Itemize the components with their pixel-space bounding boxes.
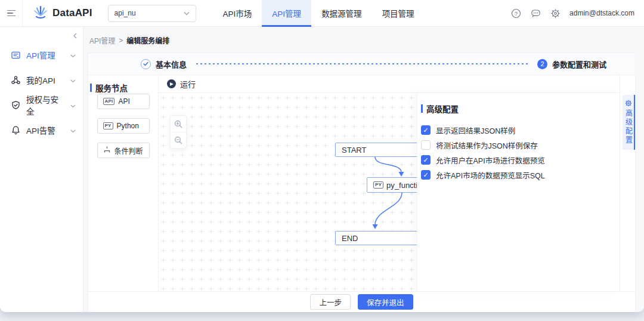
app-window: DataAPI api_nu API市场 API管理 数据源管理 项目管理 ? (0, 0, 644, 312)
sidebar-item-label: API告警 (26, 124, 55, 136)
option-save-test-as-sample[interactable]: 将测试结果作为JSON样例保存 (421, 140, 611, 150)
sidebar-collapse-icon[interactable] (71, 32, 79, 40)
canvas-toolbar: 运行 (159, 75, 620, 93)
option-preview-show-sql[interactable]: 允许API市场的数据预览显示SQL (421, 170, 611, 180)
advanced-config-tab[interactable]: 高级配置 (623, 95, 635, 150)
gear-icon (624, 99, 632, 107)
settings-icon[interactable] (550, 8, 561, 18)
advanced-title-text: 高级配置 (426, 103, 459, 115)
canvas-zoom-controls (170, 115, 187, 149)
nav-item-datasource[interactable]: 数据源管理 (311, 0, 372, 27)
palette-title-text: 服务节点 (95, 82, 128, 94)
sidebar: API管理 我的API 授权与安全 (0, 27, 83, 312)
option-label: 允许用户在API市场进行数据预览 (436, 155, 545, 166)
sidebar-item-label: 我的API (26, 74, 55, 86)
title-accent-bar (421, 104, 423, 113)
node-palette: 服务节点 API API PY Python (88, 75, 159, 291)
palette-item-condition[interactable]: 条件判断 (97, 143, 150, 158)
step-connector (196, 63, 528, 64)
chevron-down-icon (70, 76, 76, 85)
palette-item-api[interactable]: API API (97, 94, 150, 109)
bell-icon (11, 125, 21, 135)
option-allow-market-preview[interactable]: 允许用户在API市场进行数据预览 (421, 155, 611, 165)
check-icon (141, 59, 151, 69)
editor-card: 基本信息 2 参数配置和测试 服务节点 API (88, 53, 636, 312)
step-number-badge: 2 (537, 59, 547, 69)
main-content: API管理 > 编辑服务编排 基本信息 2 参数配置和测试 (83, 27, 644, 312)
advanced-config-title: 高级配置 (421, 103, 611, 115)
workspace-select-value: api_nu (114, 9, 136, 17)
palette-title: 服务节点 (88, 82, 158, 94)
py-badge-icon: PY (373, 181, 383, 189)
breadcrumb-parent[interactable]: API管理 (89, 35, 115, 45)
sidebar-item-auth-security[interactable]: 授权与安全 (0, 92, 83, 118)
option-label: 将测试结果作为JSON样例保存 (436, 140, 538, 151)
my-api-icon (11, 75, 21, 85)
svg-text:?: ? (514, 10, 517, 16)
advanced-options: 显示返回结果JSON样例 将测试结果作为JSON样例保存 允许用户在API市场进… (421, 125, 611, 180)
run-button[interactable]: 运行 (180, 78, 196, 89)
breadcrumb-separator: > (119, 36, 123, 45)
nav-item-project[interactable]: 项目管理 (372, 0, 425, 27)
stepper: 基本信息 2 参数配置和测试 (88, 53, 635, 75)
palette-item-label: API (118, 97, 129, 106)
editor-footer: 上一步 保存并退出 (88, 291, 635, 312)
advanced-tab-label: 高级配置 (624, 109, 633, 145)
breadcrumb: API管理 > 编辑服务编排 (83, 27, 644, 45)
py-badge-icon: PY (103, 122, 113, 129)
api-manage-icon (11, 50, 21, 60)
option-label: 显示返回结果JSON样例 (436, 125, 515, 136)
logo-text: DataAPI (52, 7, 92, 19)
nav-item-api-market[interactable]: API市场 (213, 0, 262, 27)
branch-icon (103, 146, 111, 155)
top-bar: DataAPI api_nu API市场 API管理 数据源管理 项目管理 ? (0, 0, 644, 27)
topbar-actions: ? admin@dtstack.com (510, 8, 644, 18)
zoom-in-icon[interactable] (171, 116, 186, 132)
palette-item-python[interactable]: PY Python (97, 118, 150, 134)
title-accent-bar (90, 84, 92, 92)
checkbox[interactable] (421, 125, 431, 135)
brand-logo: DataAPI (32, 4, 92, 23)
step-label: 参数配置和测试 (552, 58, 606, 70)
previous-step-button[interactable]: 上一步 (310, 294, 351, 310)
panel-tab-strip: 高级配置 (620, 75, 635, 291)
hamburger-icon[interactable] (0, 0, 23, 27)
dataapi-logo-icon (32, 4, 49, 23)
run-play-icon[interactable] (167, 79, 176, 88)
node-label: END (342, 234, 358, 243)
checkbox[interactable] (421, 140, 431, 150)
workspace-select[interactable]: api_nu (108, 5, 196, 22)
zoom-out-icon[interactable] (171, 132, 186, 148)
option-show-json-sample[interactable]: 显示返回结果JSON样例 (421, 125, 611, 135)
sidebar-item-label: API管理 (26, 49, 55, 61)
checkbox[interactable] (421, 155, 431, 165)
sidebar-item-my-api[interactable]: 我的API (0, 67, 83, 92)
sidebar-item-label: 授权与安全 (26, 93, 65, 117)
step-params-test: 2 参数配置和测试 (537, 58, 606, 70)
page-background: DataAPI api_nu API市场 API管理 数据源管理 项目管理 ? (0, 0, 644, 321)
chevron-down-icon (70, 126, 76, 135)
sidebar-item-api-alert[interactable]: API告警 (0, 118, 83, 143)
editor-body: 服务节点 API API PY Python (88, 75, 635, 291)
chevron-down-icon (184, 9, 190, 17)
nav-item-api-manage[interactable]: API管理 (262, 0, 311, 27)
help-icon[interactable]: ? (510, 8, 521, 18)
checkbox[interactable] (421, 170, 431, 180)
top-nav: API市场 API管理 数据源管理 项目管理 (213, 0, 425, 27)
option-label: 允许API市场的数据预览显示SQL (436, 169, 545, 181)
step-basic-info: 基本信息 (141, 58, 187, 70)
api-badge-icon: API (103, 98, 115, 105)
palette-item-label: Python (117, 122, 139, 130)
breadcrumb-current: 编辑服务编排 (126, 35, 169, 45)
step-label: 基本信息 (156, 58, 187, 70)
user-email[interactable]: admin@dtstack.com (569, 9, 634, 17)
chevron-down-icon (70, 101, 76, 110)
palette-item-label: 条件判断 (114, 146, 143, 156)
shield-icon (11, 100, 21, 110)
advanced-config-panel: 高级配置 显示返回结果JSON样例 将测试结果作为JSON样例保存 (417, 93, 620, 291)
message-icon[interactable] (530, 8, 541, 18)
save-and-exit-button[interactable]: 保存并退出 (358, 294, 413, 310)
node-label: START (342, 146, 366, 155)
chevron-down-icon (70, 51, 76, 60)
sidebar-item-api-manage[interactable]: API管理 (0, 42, 83, 67)
